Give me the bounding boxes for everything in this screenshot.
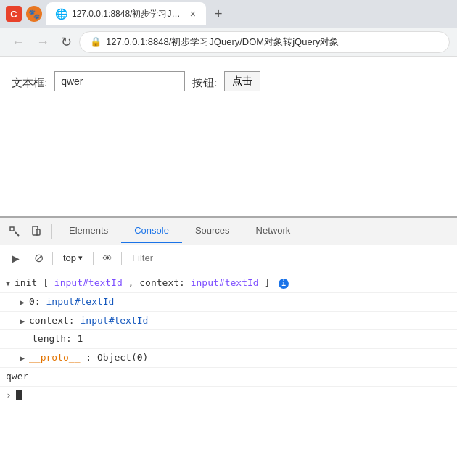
divider <box>93 252 94 265</box>
console-toolbar: ▶ ⊘ top ▾ 👁 <box>0 245 457 271</box>
console-line-context: ▶ context: input#textId <box>0 312 457 331</box>
text-field-label: 文本框: <box>12 71 47 94</box>
divider <box>121 252 122 265</box>
devtools-panel: Elements Console Sources Network ▶ ⊘ top… <box>0 216 457 476</box>
address-bar[interactable]: 🔒 127.0.0.1:8848/初步学习JQuery/DOM对象转jQuery… <box>79 31 450 53</box>
ban-icon[interactable]: ⊘ <box>29 249 48 268</box>
play-icon[interactable]: ▶ <box>6 249 25 268</box>
inspect-icon[interactable] <box>4 221 25 242</box>
console-filter-input[interactable] <box>126 250 451 266</box>
browser-icon-b[interactable]: 🐾 <box>26 6 42 22</box>
tab-network[interactable]: Network <box>243 219 304 243</box>
new-tab-button[interactable]: + <box>210 7 227 22</box>
tab-favicon: 🌐 <box>55 8 67 20</box>
address-text: 127.0.0.1:8848/初步学习JQuery/DOM对象转jQuery对象 <box>106 36 439 49</box>
devtools-tabs: Elements Console Sources Network <box>56 219 453 243</box>
tab-sources[interactable]: Sources <box>182 219 243 243</box>
console-output: ▼ init [ input#textId , context: input#t… <box>0 271 457 476</box>
prompt-arrow-icon: › <box>6 390 12 401</box>
expand-icon-0[interactable]: ▶ <box>20 298 29 306</box>
divider <box>51 224 52 239</box>
line-0-value[interactable]: input#textId <box>46 296 115 307</box>
text-input[interactable] <box>54 71 185 91</box>
svg-line-1 <box>15 232 19 236</box>
click-button[interactable]: 点击 <box>224 71 260 91</box>
browser-tab[interactable]: 🌐 127.0.0.1:8848/初步学习JQuery × <box>46 2 206 25</box>
page-content: 文本框: 按钮: 点击 <box>0 57 457 216</box>
tab-elements[interactable]: Elements <box>56 219 121 243</box>
console-line-proto: ▶ __proto__ : Object(0) <box>0 349 457 368</box>
back-button[interactable]: ← <box>7 33 29 52</box>
divider <box>52 252 53 265</box>
devtools-toolbar: Elements Console Sources Network <box>0 218 457 245</box>
console-line-qwer: qwer <box>0 368 457 387</box>
top-dropdown[interactable]: top ▾ <box>57 250 88 266</box>
cursor <box>16 390 22 400</box>
svg-rect-0 <box>10 227 14 231</box>
expand-icon-proto[interactable]: ▶ <box>20 354 29 362</box>
tab-title: 127.0.0.1:8848/初步学习JQuery <box>72 8 184 20</box>
chevron-down-icon: ▾ <box>78 253 83 263</box>
console-line-0: ▶ 0: input#textId <box>0 293 457 312</box>
init-context-ref[interactable]: input#textId <box>191 277 259 288</box>
console-line-init: ▼ init [ input#textId , context: input#t… <box>0 274 457 293</box>
lock-icon: 🔒 <box>90 36 102 47</box>
expand-icon-context[interactable]: ▶ <box>20 317 29 325</box>
line-context-value[interactable]: input#textId <box>81 315 149 326</box>
tab-bar: C 🐾 🌐 127.0.0.1:8848/初步学习JQuery × + <box>0 0 457 28</box>
tab-close-button[interactable]: × <box>189 7 197 21</box>
browser-icon-c[interactable]: C <box>6 6 22 22</box>
eye-icon[interactable]: 👁 <box>98 249 117 268</box>
console-line-length: length: 1 <box>0 330 457 349</box>
info-icon[interactable]: i <box>279 279 289 289</box>
nav-bar: ← → ↻ 🔒 127.0.0.1:8848/初步学习JQuery/DOM对象转… <box>0 28 457 57</box>
tab-console[interactable]: Console <box>121 219 182 243</box>
forward-button[interactable]: → <box>32 33 54 52</box>
refresh-button[interactable]: ↻ <box>57 33 76 52</box>
expand-icon[interactable]: ▼ <box>6 279 15 287</box>
button-prefix-label: 按钮: <box>192 71 217 94</box>
device-icon[interactable] <box>26 221 46 242</box>
init-input-ref[interactable]: input#textId <box>54 277 123 288</box>
svg-rect-2 <box>33 226 38 235</box>
console-prompt[interactable]: › <box>0 387 457 403</box>
